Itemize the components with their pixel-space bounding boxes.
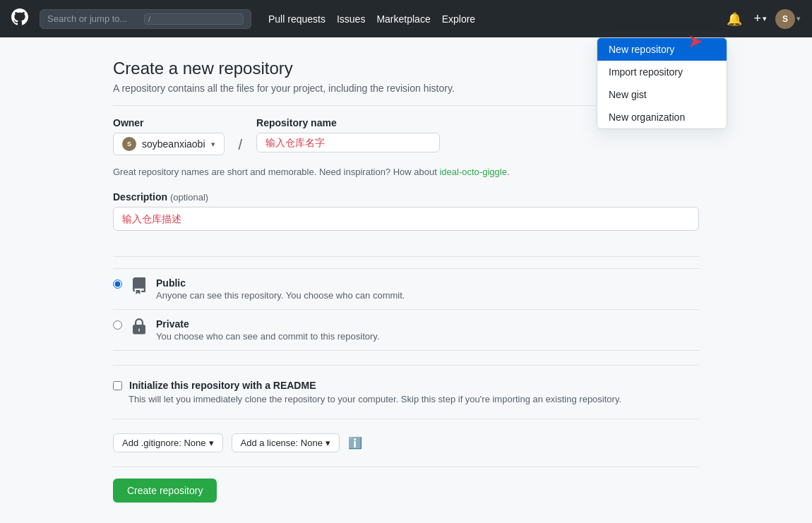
- repo-name-input[interactable]: [256, 133, 440, 152]
- private-content: Private You choose who can see and commi…: [156, 318, 699, 342]
- owner-select[interactable]: S soybeanxiaobi ▾: [113, 133, 225, 155]
- public-repo-icon: [131, 277, 148, 299]
- avatar: S: [775, 9, 795, 29]
- bell-icon: 🔔: [727, 11, 742, 27]
- readme-desc: This will let you immediately clone the …: [129, 394, 699, 404]
- desc-input[interactable]: [113, 207, 699, 231]
- nav-pull-requests[interactable]: Pull requests: [268, 13, 326, 25]
- visibility-section: Public Anyone can see this repository. Y…: [113, 268, 699, 351]
- create-repository-button[interactable]: Create repository: [113, 479, 217, 503]
- owner-avatar: S: [122, 137, 136, 151]
- navbar-right: 🔔 + ▾ S ▾: [724, 8, 801, 30]
- dropdown-new-organization[interactable]: New organization: [597, 106, 727, 128]
- plus-icon: +: [753, 11, 761, 26]
- dropdown-arrow: ➤: [688, 30, 703, 52]
- dropdown-new-gist[interactable]: New gist: [597, 83, 727, 106]
- slash-divider: /: [239, 137, 243, 153]
- gitignore-chevron-icon: ▾: [209, 438, 214, 448]
- license-chevron-icon: ▾: [326, 438, 330, 448]
- public-radio[interactable]: [113, 279, 122, 289]
- public-label: Public: [156, 277, 699, 289]
- public-content: Public Anyone can see this repository. Y…: [156, 277, 699, 301]
- divider-desc: [113, 256, 699, 257]
- owner-chevron-icon: ▾: [211, 140, 215, 149]
- divider-bottom: [113, 467, 699, 467]
- search-kbd: /: [144, 13, 244, 25]
- private-repo-icon: [131, 318, 148, 339]
- owner-label: Owner: [113, 117, 225, 128]
- search-text: Search or jump to...: [47, 13, 138, 24]
- dropdown-import-repository[interactable]: Import repository: [597, 61, 727, 83]
- readme-section: Initialize this repository with a README…: [113, 365, 699, 419]
- info-icon[interactable]: ℹ️: [348, 436, 362, 450]
- license-select[interactable]: Add a license: None ▾: [232, 433, 340, 452]
- desc-label: Description (optional): [113, 191, 699, 203]
- search-bar[interactable]: Search or jump to... /: [40, 9, 251, 29]
- plus-menu-button[interactable]: + ▾: [751, 8, 770, 29]
- public-option: Public Anyone can see this repository. Y…: [113, 268, 699, 310]
- nav-links: Pull requests Issues Marketplace Explore: [268, 13, 475, 25]
- desc-group: Description (optional): [113, 191, 699, 245]
- repo-name-group: Repository name: [256, 117, 440, 152]
- nav-marketplace[interactable]: Marketplace: [376, 13, 430, 25]
- private-option: Private You choose who can see and commi…: [113, 310, 699, 351]
- inspiration-link[interactable]: ideal-octo-giggle: [439, 167, 506, 177]
- repo-name-label: Repository name: [256, 117, 440, 128]
- public-desc: Anyone can see this repository. You choo…: [156, 290, 699, 301]
- dropdown-menu: New repository Import repository New gis…: [597, 37, 727, 129]
- gitignore-select[interactable]: Add .gitignore: None ▾: [113, 433, 223, 452]
- readme-content: Initialize this repository with a README: [129, 380, 316, 391]
- github-logo-icon[interactable]: [11, 8, 28, 30]
- private-desc: You choose who can see and commit to thi…: [156, 331, 699, 342]
- nav-issues[interactable]: Issues: [337, 13, 365, 25]
- nav-explore[interactable]: Explore: [442, 13, 475, 25]
- dropdowns-row: Add .gitignore: None ▾ Add a license: No…: [113, 433, 699, 452]
- readme-label: Initialize this repository with a README: [129, 380, 316, 391]
- avatar-button[interactable]: S ▾: [775, 9, 801, 29]
- notification-button[interactable]: 🔔: [724, 8, 745, 30]
- avatar-chevron-icon: ▾: [796, 14, 801, 23]
- readme-checkbox[interactable]: [113, 381, 122, 390]
- private-label: Private: [156, 318, 699, 330]
- plus-chevron-icon: ▾: [763, 14, 767, 23]
- inspiration-text: Great repository names are short and mem…: [113, 167, 699, 177]
- dropdown-new-repository[interactable]: New repository: [597, 38, 727, 61]
- owner-name: soybeanxiaobi: [142, 138, 205, 150]
- readme-row: Initialize this repository with a README: [113, 380, 699, 391]
- owner-group: Owner S soybeanxiaobi ▾: [113, 117, 225, 155]
- private-radio[interactable]: [113, 320, 122, 330]
